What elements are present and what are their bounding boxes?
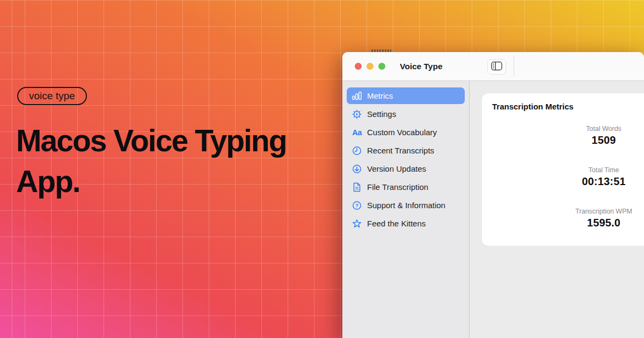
metric-transcription-wpm: Transcription WPM 1595.0 — [558, 207, 644, 230]
toggle-sidebar-button[interactable] — [487, 59, 506, 75]
gear-icon — [352, 109, 362, 119]
sidebar-item-label: Feed the Kittens — [367, 219, 426, 228]
sidebar: Metrics — [342, 81, 470, 338]
sidebar-item-label: Version Updates — [367, 164, 426, 173]
sidebar-item-version-updates[interactable]: Version Updates — [347, 160, 465, 177]
page-title-line2: App. — [16, 161, 287, 202]
metric-value: 1595.0 — [558, 216, 644, 230]
page-title-line1: Macos Voice Typing — [16, 120, 287, 161]
metric-label: Total Words — [558, 124, 644, 133]
window-titlebar: Voice Type — [342, 52, 644, 81]
clock-icon — [352, 146, 362, 156]
sidebar-item-label: Support & Information — [367, 201, 445, 210]
page-title: Macos Voice Typing App. — [16, 120, 287, 202]
brand-badge: voice type — [17, 87, 87, 105]
sidebar-item-label: Settings — [367, 109, 396, 119]
app-window: Voice Type — [342, 52, 644, 338]
card-title: Transcription Metrics — [492, 102, 574, 111]
metric-label: Transcription WPM — [558, 207, 644, 216]
minimize-window-button[interactable] — [367, 63, 374, 70]
zoom-window-button[interactable] — [378, 63, 385, 70]
window-body: Metrics — [342, 81, 644, 338]
hero-canvas: voice type Macos Voice Typing App. Voice… — [0, 0, 644, 338]
sidebar-item-recent-transcripts[interactable]: Recent Transcripts — [347, 142, 465, 159]
star-icon — [352, 219, 362, 229]
window-title: Voice Type — [400, 62, 443, 71]
transcription-metrics-card: Transcription Metrics Total Words 1509 T… — [482, 93, 644, 246]
sidebar-item-settings[interactable]: Settings — [347, 106, 465, 122]
arrow-down-circle-icon — [352, 164, 362, 174]
question-circle-icon: ? — [352, 201, 362, 210]
toolbar-separator — [514, 57, 514, 76]
close-window-button[interactable] — [355, 63, 362, 70]
metric-value: 00:13:51 — [558, 174, 644, 188]
sidebar-item-label: Custom Vocabulary — [367, 128, 437, 137]
metric-total-words: Total Words 1509 — [558, 124, 644, 147]
metric-total-time: Total Time 00:13:51 — [558, 166, 644, 188]
main-content: Transcription Metrics Total Words 1509 T… — [470, 81, 644, 338]
sidebar-item-metrics[interactable]: Metrics — [347, 87, 465, 104]
sidebar-item-label: Recent Transcripts — [367, 146, 434, 155]
svg-text:?: ? — [355, 202, 358, 208]
sidebar-item-label: File Transcription — [367, 182, 428, 192]
document-icon — [352, 182, 362, 192]
sidebar-toggle-icon — [491, 61, 502, 73]
sidebar-item-support-information[interactable]: ? Support & Information — [347, 197, 465, 214]
brand-badge-label: voice type — [29, 90, 75, 102]
sidebar-item-label: Metrics — [367, 91, 393, 100]
sidebar-item-file-transcription[interactable]: File Transcription — [347, 179, 465, 195]
sidebar-item-feed-the-kittens[interactable]: Feed the Kittens — [347, 215, 465, 232]
bar-chart-icon — [352, 91, 362, 101]
traffic-lights — [342, 63, 385, 70]
text-format-icon: Aa — [352, 128, 362, 137]
metric-value: 1509 — [558, 133, 644, 147]
metric-label: Total Time — [558, 166, 644, 174]
sidebar-item-custom-vocabulary[interactable]: Aa Custom Vocabulary — [347, 124, 465, 141]
